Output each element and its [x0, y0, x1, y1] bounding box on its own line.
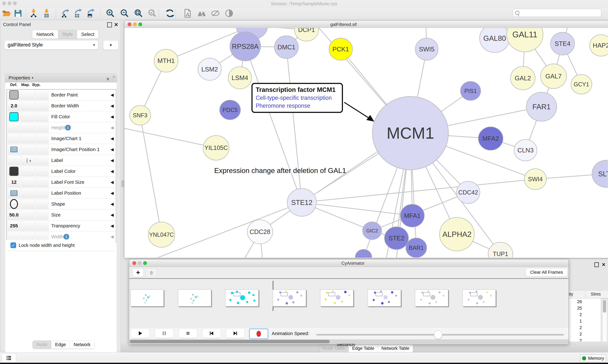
node-MTH1[interactable]: MTH1 [154, 49, 178, 72]
node-CDC42[interactable]: CDC42 [456, 181, 480, 204]
node-RPS28A[interactable]: RPS28A [230, 32, 261, 61]
expand-property-icon[interactable]: ◀ [111, 223, 114, 228]
node-MCM1[interactable]: MCM1 [373, 96, 448, 170]
default-value-cell[interactable] [7, 188, 21, 198]
style-options-button[interactable]: ▾ [103, 40, 119, 50]
mapping-cell[interactable]: ⋮› [21, 156, 35, 165]
node-STE4[interactable]: STE4 [551, 32, 575, 55]
property-row-height[interactable]: Heighti◀ [7, 122, 116, 133]
tab-network[interactable]: Network [70, 341, 94, 349]
timeline[interactable]: 0123456789 Seconds [129, 279, 568, 326]
properties-header[interactable]: Properties ▾ » » [5, 73, 117, 82]
property-row-label-font-size[interactable]: 12Label Font Size◀ [7, 177, 116, 188]
expand-property-icon[interactable]: ◀ [111, 125, 114, 130]
frame-thumbnail-4[interactable] [273, 289, 306, 306]
node-SWI5[interactable]: SWI5 [415, 38, 438, 60]
pause-button[interactable] [155, 329, 174, 338]
node-CLN3[interactable]: CLN3 [514, 140, 537, 161]
property-row-image-chart-1[interactable]: Image/Chart 1◀ [7, 133, 116, 144]
minimize-window-icon[interactable] [133, 23, 137, 26]
float-panel-icon[interactable] [594, 262, 599, 267]
bypass-cell[interactable] [35, 134, 48, 143]
node-FAR1[interactable]: FAR1 [526, 92, 557, 121]
expand-property-icon[interactable]: ◀ [111, 136, 114, 141]
node-LSM4[interactable]: LSM4 [228, 67, 252, 89]
refresh-layout-icon[interactable] [165, 8, 175, 18]
table-row[interactable]: 1 [569, 318, 601, 325]
bypass-cell[interactable] [35, 166, 48, 176]
mapping-cell[interactable] [21, 144, 35, 154]
node-SLT2[interactable]: SLT2 [592, 160, 608, 187]
node-PIS1[interactable]: PIS1 [460, 81, 481, 100]
default-value-cell[interactable] [7, 199, 21, 209]
expand-property-icon[interactable]: ◀ [111, 158, 114, 163]
expand-property-icon[interactable]: ◀ [111, 234, 114, 239]
table-column-headers[interactable]: ity Stres [569, 290, 608, 299]
property-row-shape[interactable]: Shape◀ [7, 199, 116, 209]
bypass-cell[interactable] [35, 112, 48, 122]
stop-button[interactable] [179, 329, 197, 338]
frame-thumbnail-6[interactable] [368, 289, 401, 306]
node-LSM2[interactable]: LSM2 [198, 58, 221, 80]
import-table-icon[interactable] [41, 8, 52, 18]
tab-network-table[interactable]: Network Table [378, 345, 413, 352]
mapping-cell[interactable] [21, 123, 35, 132]
cyanimator-titlebar[interactable]: CyAnimator [129, 260, 568, 267]
node-GAL11[interactable]: GAL11 [507, 28, 543, 52]
delete-frame-button[interactable] [146, 269, 157, 277]
node-SNF3[interactable]: SNF3 [130, 105, 151, 125]
default-value-cell[interactable] [7, 156, 21, 165]
property-row-fill-color[interactable]: Fill Color◀ [7, 111, 116, 122]
frame-thumbnail-8[interactable] [462, 289, 496, 306]
skip-to-start-button[interactable] [202, 329, 221, 338]
search-binoculars-icon[interactable] [197, 8, 207, 18]
mapping-cell[interactable] [21, 134, 35, 143]
expand-property-icon[interactable]: ◀ [111, 114, 114, 119]
node-MFA1[interactable]: MFA1 [400, 204, 424, 227]
float-panel-icon[interactable] [107, 22, 112, 27]
node-DCP1[interactable]: DCP1 [294, 28, 318, 41]
bypass-cell[interactable] [35, 188, 48, 198]
timeline-scrollbar[interactable] [129, 339, 568, 344]
column-header[interactable]: Stres [591, 292, 601, 297]
timeline-scrollbar-thumb[interactable] [130, 340, 330, 343]
bypass-cell[interactable] [35, 156, 48, 165]
node-PCK1[interactable]: PCK1 [329, 38, 352, 60]
node-BAR1[interactable]: BAR1 [406, 238, 427, 258]
hide-details-icon[interactable] [210, 8, 221, 18]
zoom-fit-icon[interactable] [134, 8, 144, 18]
expand-property-icon[interactable]: ◀ [111, 212, 114, 217]
node-DMC1[interactable]: DMC1 [274, 36, 298, 59]
node-MFA2[interactable]: MFA2 [478, 127, 503, 150]
add-frame-button[interactable]: + [133, 269, 143, 277]
node-YNL047C[interactable]: YNL047C [148, 222, 175, 247]
default-value-cell[interactable] [7, 112, 21, 122]
table-row[interactable]: 2 [569, 325, 601, 331]
close-window-icon[interactable] [128, 23, 131, 26]
mapping-cell[interactable] [21, 188, 35, 198]
export-network-icon[interactable] [60, 8, 71, 18]
bypass-cell[interactable] [35, 199, 48, 209]
mapping-cell[interactable] [21, 177, 35, 187]
node-SWI4[interactable]: SWI4 [524, 169, 546, 190]
node-PDC5[interactable]: PDC5 [220, 100, 240, 120]
default-value-cell[interactable] [7, 123, 21, 132]
default-value-cell[interactable]: 255 [7, 221, 21, 231]
minimize-window-icon[interactable] [138, 261, 141, 265]
mapping-cell[interactable] [21, 112, 35, 122]
node-GIC2[interactable]: GIC2 [363, 222, 382, 240]
column-header[interactable]: ity [569, 292, 584, 297]
tab-select[interactable]: Select [77, 30, 99, 39]
maximize-window-icon[interactable] [143, 261, 147, 265]
frame-thumbnail-5[interactable] [320, 289, 353, 306]
info-icon[interactable]: i [64, 234, 69, 240]
node-TUP1[interactable]: TUP1 [488, 242, 513, 258]
style-selector[interactable]: galFiltered Style ▾ [4, 40, 98, 50]
node-YIL105C[interactable]: YIL105C [203, 135, 229, 160]
bypass-cell[interactable] [35, 221, 48, 231]
node-GAL80[interactable]: GAL80 [480, 28, 510, 52]
property-row-label-position[interactable]: Label Position◀ [7, 188, 116, 199]
expand-property-icon[interactable]: ◀ [111, 180, 114, 185]
save-session-icon[interactable] [13, 8, 23, 18]
default-value-cell[interactable] [7, 166, 21, 176]
